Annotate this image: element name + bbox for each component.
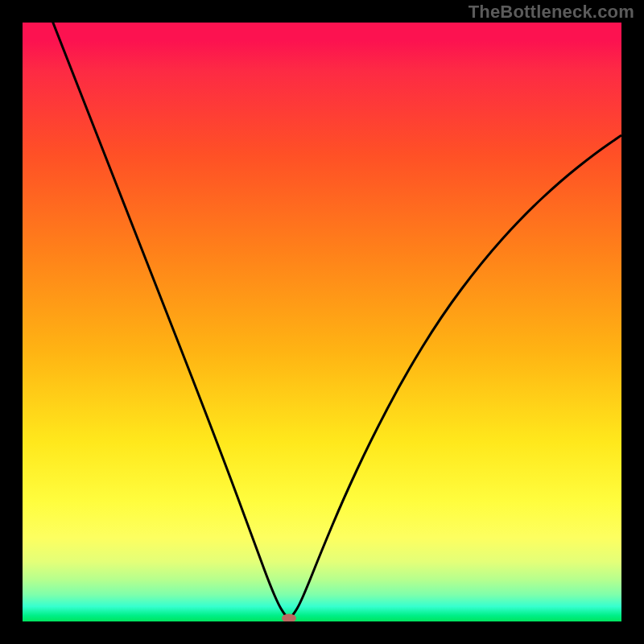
bottleneck-curve: [23, 23, 621, 621]
chart-frame: TheBottleneck.com: [0, 0, 644, 644]
watermark-text: TheBottleneck.com: [469, 2, 634, 23]
curve-path: [47, 23, 621, 618]
plot-area: [23, 23, 621, 621]
optimum-marker: [282, 614, 296, 622]
